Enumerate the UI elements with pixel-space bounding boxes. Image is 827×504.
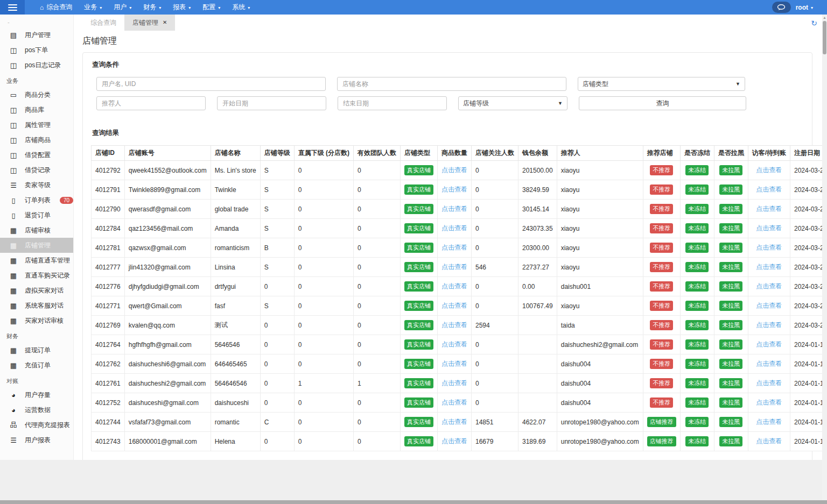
goods-view-link[interactable]: 点击查看 (441, 321, 467, 329)
cell-register-date: 2024-03-29T05:55:55 (790, 180, 827, 200)
sidebar-item-店铺审核[interactable]: ▦店铺审核 (0, 223, 73, 238)
visitors-view-link[interactable]: 点击查看 (756, 437, 782, 445)
cell-referrer: xiaoyu (557, 180, 643, 200)
shop-level-select[interactable]: 店铺等级 ▼ (458, 96, 567, 110)
visitors-view-link[interactable]: 点击查看 (756, 244, 782, 251)
goods-view-link[interactable]: 点击查看 (441, 360, 467, 367)
cell-team-count: 0 (353, 316, 400, 335)
visitors-view-link[interactable]: 点击查看 (756, 379, 782, 387)
goods-view-link[interactable]: 点击查看 (441, 263, 467, 271)
sidebar-item-买家对话审核[interactable]: ▦买家对话审核 (0, 313, 73, 328)
sidebar-item-pos下单[interactable]: ◫pos下单 (0, 42, 73, 58)
refresh-icon[interactable]: ↻ (811, 19, 817, 27)
sidebar-item-店铺商品[interactable]: ◫店铺商品 (0, 132, 73, 147)
sidebar-item-用户报表[interactable]: ☰用户报表 (0, 432, 73, 448)
shop-type-select[interactable]: 店铺类型 ▼ (578, 77, 745, 91)
sidebar-item-pos日志记录[interactable]: ◫pos日志记录 (0, 58, 73, 73)
sidebar-item-系统客服对话[interactable]: ▦系统客服对话 (0, 298, 73, 313)
top-nav-item-6[interactable]: 系统▾ (226, 0, 256, 15)
goods-view-link[interactable]: 点击查看 (441, 302, 467, 309)
search-button[interactable]: 查询 (579, 96, 746, 110)
visitors-view-link[interactable]: 点击查看 (756, 399, 782, 406)
cell-account: daishucheshi6@gmail.com (124, 354, 211, 374)
goods-view-link[interactable]: 点击查看 (441, 166, 467, 174)
goods-view-link[interactable]: 点击查看 (441, 418, 467, 425)
table-icon: ◫ (9, 151, 18, 159)
cell-shop-id: 4012743 (92, 432, 125, 451)
visitors-view-link[interactable]: 点击查看 (756, 166, 782, 174)
sidebar-item-用户管理[interactable]: ▤用户管理 (0, 27, 73, 42)
sidebar-item-用户存量[interactable]: ◕用户存量 (0, 387, 73, 402)
hamburger-menu-icon[interactable] (0, 0, 25, 15)
sidebar-item-卖家等级[interactable]: ☰卖家等级 (0, 178, 73, 193)
visitors-view-link[interactable]: 点击查看 (756, 263, 782, 271)
scrollbar-up-arrow-icon[interactable]: ▲ (822, 15, 827, 19)
sidebar-item-直通车购买记录[interactable]: ▦直通车购买记录 (0, 268, 73, 283)
sidebar-item-提现订单[interactable]: ▦提现订单 (0, 343, 73, 358)
horizontal-scrollbar[interactable] (0, 500, 827, 504)
cell-referrer: daishu004 (557, 354, 643, 374)
sidebar-item-代理商充提报表[interactable]: 品代理商充提报表 (0, 417, 73, 432)
cell-goods-count: 点击查看 (437, 413, 471, 432)
visitors-view-link[interactable]: 点击查看 (756, 282, 782, 290)
visitors-view-link[interactable]: 点击查看 (756, 186, 782, 193)
shop-name-input[interactable] (337, 77, 566, 91)
sidebar-item-退货订单[interactable]: ▯退货订单 (0, 208, 73, 223)
goods-view-link[interactable]: 点击查看 (441, 224, 467, 232)
top-nav-item-1[interactable]: 业务▾ (78, 0, 108, 15)
sidebar-item-虚拟买家对话[interactable]: ▦虚拟买家对话 (0, 283, 73, 298)
top-nav-item-5[interactable]: 配置▾ (197, 0, 226, 15)
table-row: 4012764hgfhfhgfh@gmail.com5646546000真实店铺… (92, 335, 827, 354)
status-badge: 真实店铺 (404, 243, 433, 252)
sidebar-item-运营数据[interactable]: ◕运营数据 (0, 402, 73, 417)
sidebar-item-店铺管理[interactable]: ▦店铺管理 (0, 238, 73, 253)
top-nav-item-3[interactable]: 财务▾ (137, 0, 167, 15)
visitors-view-link[interactable]: 点击查看 (756, 360, 782, 367)
goods-view-link[interactable]: 点击查看 (441, 379, 467, 387)
visitors-view-link[interactable]: 点击查看 (756, 205, 782, 212)
goods-view-link[interactable]: 点击查看 (441, 340, 467, 348)
sidebar-item-借贷配置[interactable]: ◫借贷配置 (0, 147, 73, 162)
goods-view-link[interactable]: 点击查看 (441, 437, 467, 445)
status-badge: 未拉黑 (719, 436, 742, 446)
close-icon[interactable]: ✕ (163, 15, 167, 31)
chevron-down-icon: ▾ (248, 5, 250, 10)
tab-shop-management[interactable]: 店铺管理 ✕ (124, 15, 175, 31)
status-badge: 不推荐 (650, 204, 673, 214)
cell-register-date: 2024-01-18T00:01:18 (790, 393, 827, 413)
visitors-view-link[interactable]: 点击查看 (756, 302, 782, 309)
sidebar-item-店铺直通车管理[interactable]: ▦店铺直通车管理 (0, 253, 73, 268)
visitors-view-link[interactable]: 点击查看 (756, 224, 782, 232)
chat-icon[interactable] (772, 2, 791, 13)
vertical-scrollbar[interactable]: ▲ (822, 15, 827, 500)
visitors-view-link[interactable]: 点击查看 (756, 340, 782, 348)
visitors-view-link[interactable]: 点击查看 (756, 321, 782, 329)
end-date-input[interactable] (338, 96, 447, 110)
tab-summary-query[interactable]: 综合查询 (82, 15, 124, 31)
sidebar-item-商品库[interactable]: ◫商品库 (0, 102, 73, 117)
shop-type-select-value: 店铺类型 (583, 80, 608, 89)
top-nav-item-4[interactable]: 报表▾ (167, 0, 197, 15)
sidebar-item-订单列表[interactable]: ▯订单列表70 (0, 193, 73, 208)
goods-view-link[interactable]: 点击查看 (441, 205, 467, 212)
sidebar-item-充值订单[interactable]: ▦充值订单 (0, 358, 73, 373)
sidebar-item-借贷记录[interactable]: ◫借贷记录 (0, 162, 73, 178)
goods-view-link[interactable]: 点击查看 (441, 244, 467, 251)
start-date-input[interactable] (217, 96, 326, 110)
top-nav-item-2[interactable]: 用户▾ (108, 0, 137, 15)
vertical-scrollbar-thumb[interactable] (823, 21, 826, 54)
goods-view-link[interactable]: 点击查看 (441, 282, 467, 290)
cell-visitors: 点击查看 (748, 374, 790, 393)
sidebar-item-商品分类[interactable]: ▭商品分类 (0, 87, 73, 102)
sidebar-item-属性管理[interactable]: ◫属性管理 (0, 117, 73, 132)
goods-view-link[interactable]: 点击查看 (441, 186, 467, 193)
top-nav-item-0[interactable]: ⌂综合查询 (34, 0, 78, 15)
cell-direct-subordinates: 1 (294, 374, 353, 393)
file-icon: ▤ (9, 31, 18, 39)
goods-view-link[interactable]: 点击查看 (441, 399, 467, 406)
cell-shop-type: 真实店铺 (400, 200, 437, 219)
visitors-view-link[interactable]: 点击查看 (756, 418, 782, 425)
referrer-input[interactable] (96, 96, 206, 110)
username-uid-input[interactable] (96, 77, 326, 91)
user-menu[interactable]: root ▾ (796, 4, 813, 11)
